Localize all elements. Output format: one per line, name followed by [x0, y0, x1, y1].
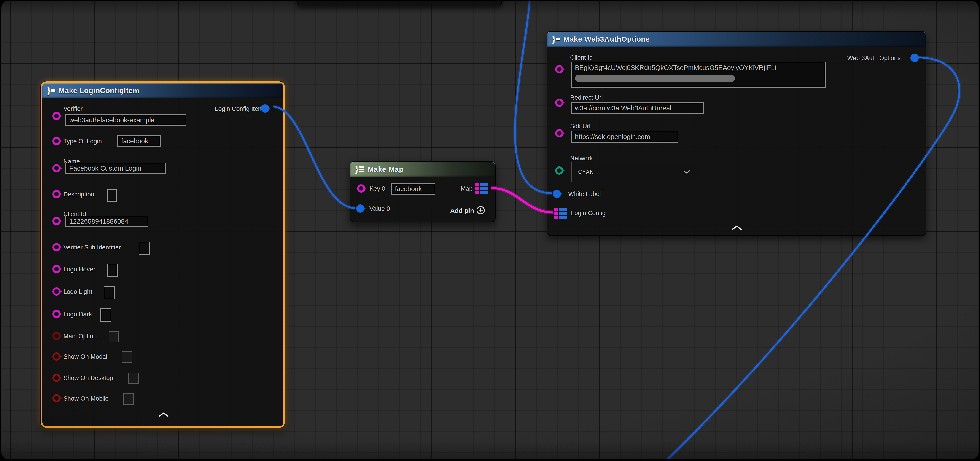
- node-title: Make Web3AuthOptions: [563, 35, 650, 43]
- node-header[interactable]: } Make LoginConfigItem: [42, 83, 283, 98]
- show-on-mobile-checkbox[interactable]: [123, 393, 134, 405]
- client-id-scrollbar[interactable]: [575, 75, 735, 82]
- pin-sdk-url[interactable]: [555, 129, 563, 137]
- viewport-frame: } Make LoginConfigItem Login Config Item…: [0, 0, 980, 461]
- pin-label-white-label: White Label: [568, 190, 601, 197]
- pin-label-show-on-desktop: Show On Desktop: [64, 374, 113, 382]
- show-on-modal-checkbox[interactable]: [122, 351, 132, 363]
- pin-main-option[interactable]: [52, 332, 60, 340]
- pin-label-client-id: Client Id: [570, 54, 593, 61]
- pin-white-label[interactable]: [553, 190, 561, 198]
- pin-client-id[interactable]: [555, 65, 563, 73]
- pin-label-value-0: Value 0: [369, 205, 390, 213]
- key-0-input[interactable]: facebook: [391, 183, 435, 195]
- node-make-web3authoptions[interactable]: } Make Web3AuthOptions Web 3Auth Options…: [547, 31, 926, 236]
- pin-label-logo-hover: Logo Hover: [64, 266, 95, 273]
- output-pin-label: Web 3Auth Options: [847, 54, 900, 62]
- pin-logo-light[interactable]: [52, 288, 60, 296]
- pin-label-key-0: Key 0: [369, 185, 385, 192]
- type-of-login-input[interactable]: facebook: [117, 135, 161, 147]
- pin-network[interactable]: [555, 167, 563, 175]
- pin-description[interactable]: [52, 190, 60, 198]
- pin-label-description: Description: [64, 191, 94, 198]
- node-header[interactable]: } Make Map: [350, 162, 495, 177]
- pin-login-config[interactable]: [554, 208, 567, 219]
- client-id-input[interactable]: BEglQSgt4cUWcj6SKRdu5QkOXTsePmMcusG5EAoy…: [571, 62, 826, 87]
- pin-label-logo-light: Logo Light: [64, 288, 92, 296]
- description-input[interactable]: [107, 189, 117, 202]
- output-pin-label-map: Map: [460, 185, 473, 192]
- collapse-node-button[interactable]: [159, 412, 169, 417]
- make-struct-icon: }: [47, 86, 56, 95]
- add-pin-label: Add pin: [450, 207, 474, 215]
- pin-label-verifier: Verifier: [64, 105, 83, 113]
- pin-verifier[interactable]: [52, 112, 60, 120]
- pin-label-type-of-login: Type Of Login: [64, 138, 102, 145]
- output-pin-login-config-item[interactable]: [261, 104, 269, 113]
- main-option-checkbox[interactable]: [109, 331, 119, 342]
- node-make-map[interactable]: } Make Map Key 0 facebook Map Value 0 Ad…: [350, 161, 496, 222]
- network-dropdown[interactable]: CYAN: [571, 162, 697, 182]
- pin-verifier-sub-identifier[interactable]: [52, 243, 60, 251]
- pin-show-on-mobile[interactable]: [52, 394, 60, 402]
- pin-label-verifier-sub-identifier: Verifier Sub Identifier: [64, 244, 121, 251]
- logo-hover-input[interactable]: [107, 264, 118, 277]
- pin-name[interactable]: [52, 164, 60, 172]
- node-partial-top[interactable]: [297, 1, 502, 5]
- pin-type-of-login[interactable]: [52, 137, 60, 145]
- pin-redirect-url[interactable]: [555, 99, 563, 107]
- add-pin-button[interactable]: [476, 205, 485, 215]
- redirect-url-input[interactable]: w3a://com.w3a.Web3AuthUnreal: [571, 102, 704, 114]
- sdk-url-input[interactable]: https://sdk.openlogin.com: [571, 131, 678, 143]
- blueprint-graph-canvas[interactable]: } Make LoginConfigItem Login Config Item…: [2, 1, 978, 459]
- pin-label-show-on-mobile: Show On Mobile: [64, 395, 109, 402]
- name-input[interactable]: Facebook Custom Login: [65, 162, 165, 174]
- chevron-down-icon: [683, 170, 690, 174]
- output-pin-label: Login Config Item: [215, 105, 263, 113]
- make-map-icon: }: [355, 165, 364, 173]
- pin-show-on-desktop[interactable]: [52, 374, 60, 382]
- node-header[interactable]: } Make Web3AuthOptions: [547, 32, 926, 47]
- client-id-input[interactable]: 1222658941886084: [65, 216, 148, 227]
- pin-label-login-config: Login Config: [571, 210, 606, 217]
- pin-value-0[interactable]: [356, 204, 364, 213]
- wire-login-config-item-to-value-0[interactable]: [273, 107, 355, 208]
- network-dropdown-value: CYAN: [578, 169, 594, 175]
- verifier-sub-identifier-input[interactable]: [138, 242, 150, 255]
- logo-dark-input[interactable]: [100, 308, 111, 322]
- pin-key-0[interactable]: [357, 184, 365, 192]
- collapse-node-button[interactable]: [732, 226, 742, 230]
- pin-label-redirect-url: Redirect Url: [570, 94, 603, 101]
- node-title: Make LoginConfigItem: [59, 86, 139, 95]
- pin-label-network: Network: [570, 154, 593, 162]
- pin-label-show-on-modal: Show On Modal: [64, 353, 107, 360]
- pin-label-main-option: Main Option: [64, 332, 97, 340]
- pin-logo-dark[interactable]: [52, 310, 60, 318]
- verifier-input[interactable]: web3auth-facebook-example: [65, 114, 186, 126]
- output-pin-map[interactable]: [475, 183, 488, 194]
- pin-show-on-modal[interactable]: [52, 352, 60, 361]
- make-struct-icon: }: [552, 35, 560, 43]
- show-on-desktop-checkbox[interactable]: [128, 373, 138, 384]
- pin-label-logo-dark: Logo Dark: [64, 310, 92, 318]
- node-make-loginconfigitem[interactable]: } Make LoginConfigItem Login Config Item…: [41, 81, 285, 428]
- pin-client-id[interactable]: [52, 217, 60, 225]
- node-title: Make Map: [368, 165, 404, 173]
- pin-logo-hover[interactable]: [52, 265, 60, 273]
- pin-label-sdk-url: Sdk Url: [570, 122, 590, 130]
- logo-light-input[interactable]: [103, 286, 115, 299]
